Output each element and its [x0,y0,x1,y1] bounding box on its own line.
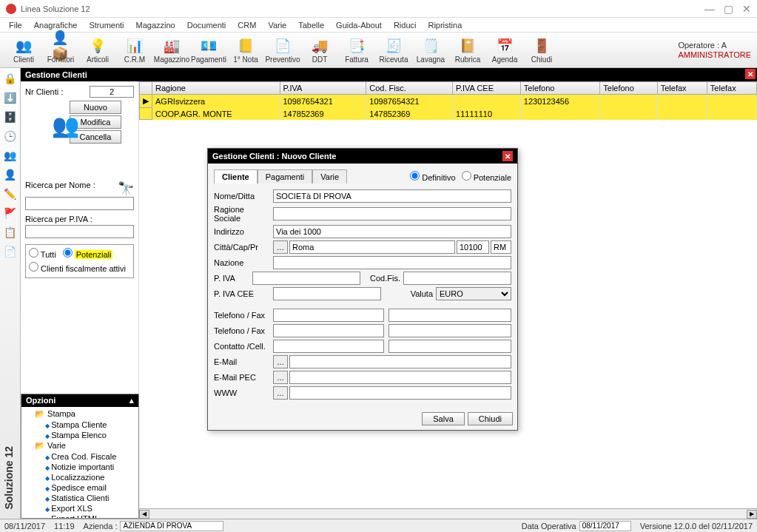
tab-varie[interactable]: Varie [312,169,347,183]
menu-varie[interactable]: Varie [263,19,291,31]
lookup-email-button[interactable]: … [273,355,288,368]
toolbar-ddt[interactable]: 🚚DDT [302,34,337,67]
vtool-9-icon[interactable]: 📄 [3,244,18,259]
minimize-button[interactable]: — [704,3,715,15]
tree-leaf[interactable]: Stampa Elenco [24,430,135,440]
table-row[interactable]: ▶AGRIsvizzera109876543211098765432112301… [140,95,757,108]
close-button[interactable]: ✕ [742,3,751,15]
radio-definitivo[interactable]: Definitivo [410,171,455,182]
tree-leaf[interactable]: Export XLS [24,503,135,514]
toolbar-lavagna[interactable]: 🗒️Lavagna [413,34,448,67]
col-header[interactable]: Telefono [520,82,599,95]
ricerca-nome-input[interactable] [25,197,134,210]
toolbar-clienti[interactable]: 👥Clienti [6,34,41,67]
col-header[interactable]: P.IVA CEE [453,82,521,95]
lookup-www-button[interactable]: … [273,386,288,400]
toolbar-magazzino[interactable]: 🏭Magazzino [154,34,189,67]
dataop-field[interactable] [579,521,631,531]
input-citta[interactable] [289,240,455,254]
toolbar-rubrica[interactable]: 📔Rubrica [450,34,485,67]
scroll-left-icon[interactable]: ◀ [139,510,149,519]
toolbar-articoli[interactable]: 💡Articoli [80,34,115,67]
vtool-4-icon[interactable]: 👥 [3,148,18,163]
col-header[interactable]: Ragione [152,82,280,95]
input-email[interactable] [289,355,511,368]
radio-potenziali[interactable]: Potenziali [63,248,113,259]
tree-leaf[interactable]: Statistica Clienti [24,493,135,503]
tree-leaf[interactable]: Spedisce email [24,482,135,493]
tree-leaf[interactable]: Localizzazione [24,472,135,482]
tree-leaf[interactable]: Crea Cod. Fiscale [24,451,135,462]
input-fax1[interactable] [388,309,511,322]
azienda-field[interactable] [120,521,223,531]
col-header[interactable]: P.IVA [280,82,366,95]
input-cap[interactable] [457,240,489,254]
panel-close-icon[interactable]: ✕ [745,69,756,79]
toolbar-pagamenti[interactable]: 💶Pagamenti [191,34,226,67]
menu-documenti[interactable]: Documenti [183,19,231,31]
toolbar-primanota[interactable]: 📒1° Nota [228,34,263,67]
input-contatto[interactable] [273,340,384,353]
menu-strumenti[interactable]: Strumenti [84,19,128,31]
table-row[interactable]: COOP.AGR. MONTE1478523691478523691111111… [140,108,757,120]
input-pr[interactable] [491,240,511,254]
input-cell[interactable] [388,340,511,353]
scroll-right-icon[interactable]: ▶ [747,510,757,519]
salva-button[interactable]: Salva [422,412,465,425]
toolbar-ricevuta[interactable]: 🧾Ricevuta [376,34,411,67]
input-emailpec[interactable] [289,371,511,384]
tab-pagamenti[interactable]: Pagamenti [258,169,313,183]
maximize-button[interactable]: ▢ [724,3,733,15]
toolbar-preventivo[interactable]: 📄Preventivo [265,34,300,67]
collapse-icon[interactable]: ▴ [129,396,134,405]
binoculars-icon[interactable]: 🔭 [118,181,134,197]
col-header[interactable]: Telefax [657,82,707,95]
input-tel2[interactable] [273,324,384,337]
input-pivacee[interactable] [273,287,381,300]
menu-magazzino[interactable]: Magazzino [132,19,180,31]
dialog-close-icon[interactable]: ✕ [502,151,513,161]
radio-potenziale[interactable]: Potenziale [462,171,511,182]
input-nazione[interactable] [273,256,511,269]
vtool-1-icon[interactable]: ⬇️ [3,90,18,105]
vtool-2-icon[interactable]: 🗄️ [3,110,18,124]
menu-file[interactable]: File [4,19,27,31]
input-fax2[interactable] [388,324,511,337]
tree-leaf[interactable]: Export HTML [24,514,135,518]
menu-crm[interactable]: CRM [233,19,260,31]
input-indirizzo[interactable] [273,225,511,238]
col-header[interactable]: Cod. Fisc. [366,82,453,95]
radio-tutti[interactable]: Tutti [29,248,56,259]
input-tel1[interactable] [273,309,384,322]
input-piva[interactable] [252,272,360,285]
vtool-8-icon[interactable]: 📋 [3,225,18,240]
toolbar-chiudi[interactable]: 🚪Chiudi [524,34,559,67]
vtool-5-icon[interactable]: 👤 [3,167,18,182]
lookup-citta-button[interactable]: … [273,240,288,254]
menu-guida-about[interactable]: Guida-About [332,19,386,31]
vtool-7-icon[interactable]: 🚩 [3,206,18,220]
horizontal-scrollbar[interactable]: ◀ ▶ [139,508,757,519]
ricerca-piva-input[interactable] [25,225,134,238]
input-codfis[interactable] [403,272,511,285]
tree-folder[interactable]: Stampa [24,408,135,420]
vtool-3-icon[interactable]: 🕒 [3,129,18,144]
chiudi-button[interactable]: Chiudi [468,412,513,425]
toolbar-agenda[interactable]: 📅Agenda [487,34,522,67]
toolbar-fornitori[interactable]: 👤📦Fornitori [43,34,78,67]
menu-tabelle[interactable]: Tabelle [294,19,329,31]
tree-folder[interactable]: Varie [24,440,135,451]
col-header[interactable]: Telefax [707,82,756,95]
lookup-emailpec-button[interactable]: … [273,371,288,384]
input-www[interactable] [289,386,511,400]
radio-fiscali[interactable]: Clienti fiscalmente attivi [29,262,126,273]
select-valuta[interactable]: EURO [436,287,511,300]
tree-leaf[interactable]: Notizie importanti [24,462,135,472]
vtool-6-icon[interactable]: ✏️ [3,186,18,201]
menu-riduci[interactable]: Riduci [389,19,421,31]
col-header[interactable]: Telefono [600,82,657,95]
menu-ripristina[interactable]: Ripristina [423,19,466,31]
tab-cliente[interactable]: Cliente [214,169,258,183]
input-ragione[interactable] [273,207,511,220]
toolbar-crm[interactable]: 📊C.R.M [117,34,152,67]
